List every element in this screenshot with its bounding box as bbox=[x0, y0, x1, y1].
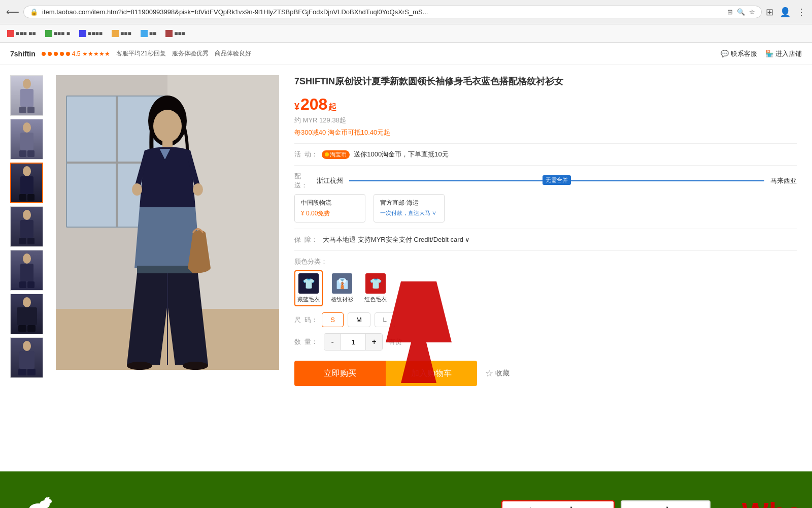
bottom-bar: TIN MÃ Whe THÊM VÀO GIỎ HÀNG XEM GIỎ HÀN… bbox=[0, 471, 812, 508]
svg-rect-25 bbox=[19, 351, 35, 369]
bookmark-2[interactable]: ■■■ ■ bbox=[42, 29, 73, 38]
svg-point-20 bbox=[23, 297, 31, 307]
buy-now-button[interactable]: 立即购买 bbox=[294, 361, 386, 386]
bottom-action-buttons: THÊM VÀO GIỎ HÀNG XEM GIỎ HÀNG bbox=[501, 500, 710, 508]
svg-rect-27 bbox=[27, 369, 36, 375]
price-main: ¥ 208 起 bbox=[294, 95, 797, 114]
svg-point-36 bbox=[153, 110, 182, 142]
svg-rect-5 bbox=[20, 133, 33, 150]
extensions-icon[interactable]: ⊞ bbox=[766, 7, 773, 18]
star-icon: ☆ bbox=[485, 368, 493, 379]
price-section: ¥ 208 起 约 MYR 129.38起 每300减40 淘金币可抵10.40… bbox=[294, 95, 797, 137]
bookmark-5[interactable]: ■■ bbox=[138, 29, 160, 38]
svg-point-4 bbox=[23, 122, 31, 133]
horse-logo-icon bbox=[20, 489, 56, 508]
quantity-section: 数 量： - + 有货 bbox=[294, 333, 797, 351]
store-header: 7shiftin 4.5 ★★★★★ 客服平均21秒回复 服务体验优秀 商品体验… bbox=[0, 43, 812, 65]
bookmark-4[interactable]: ■■■ bbox=[109, 29, 134, 38]
svg-rect-15 bbox=[27, 238, 35, 244]
price-symbol: ¥ bbox=[294, 102, 299, 112]
svg-point-24 bbox=[23, 341, 31, 351]
option1-name: 中国段物流 bbox=[301, 199, 359, 207]
svg-rect-10 bbox=[19, 194, 26, 201]
store-left: 7shiftin 4.5 ★★★★★ 客服平均21秒回复 服务体验优秀 商品体验… bbox=[10, 49, 251, 58]
bookmark-1[interactable]: ■■■ ■■ bbox=[4, 29, 39, 38]
color-option-3[interactable]: 👕 红色毛衣 bbox=[361, 270, 390, 306]
thumbnail-7[interactable] bbox=[10, 337, 43, 378]
contact-icon: 💬 bbox=[721, 50, 729, 57]
menu-icon[interactable]: ⋮ bbox=[797, 7, 806, 18]
activity-label: 活 动： bbox=[294, 150, 318, 159]
collect-button[interactable]: ☆ 收藏 bbox=[485, 368, 510, 379]
bookmark-3[interactable]: ■■■■ bbox=[76, 29, 106, 38]
size-l[interactable]: L bbox=[375, 312, 395, 327]
url-bar[interactable]: 🔒 item.taobao.com/item.htm?id=8119009939… bbox=[23, 6, 762, 18]
translate-icon[interactable]: ⊞ bbox=[727, 8, 733, 16]
color-name-2: 格纹衬衫 bbox=[331, 296, 353, 303]
color-name-1: 藏蓝毛衣 bbox=[297, 296, 320, 303]
size-label: 尺 码： bbox=[294, 315, 318, 325]
browser-back-icon[interactable]: ⟵ bbox=[6, 7, 19, 18]
size-s[interactable]: S bbox=[322, 312, 344, 327]
qty-label: 数 量： bbox=[294, 337, 318, 346]
svg-rect-13 bbox=[20, 220, 33, 238]
svg-rect-21 bbox=[17, 307, 37, 325]
qty-controls: - + bbox=[324, 333, 383, 351]
thumbnail-sidebar bbox=[10, 75, 46, 461]
insurance-text: 大马本地退 支持MYR安全支付 Credit/Debit card ∨ bbox=[323, 235, 470, 244]
add-to-cart-button[interactable]: 加入购物车 bbox=[386, 361, 477, 386]
color-name-3: 红色毛衣 bbox=[364, 296, 387, 303]
shipping-section: 配送： 浙江杭州 无需合并 马来西亚 中国段物流 ¥ 0.00免费 bbox=[294, 172, 797, 223]
rating-value: 4.5 bbox=[72, 50, 81, 57]
price-myr: 约 MYR 129.38起 bbox=[294, 116, 797, 125]
svg-rect-7 bbox=[27, 150, 35, 157]
svg-point-40 bbox=[127, 362, 152, 370]
enter-store-button[interactable]: 🏪 进入店铺 bbox=[765, 49, 802, 58]
thumbnail-5[interactable] bbox=[10, 250, 43, 291]
profile-icon[interactable]: 👤 bbox=[780, 7, 791, 18]
promo-text: 每300减40 淘金币可抵10.40元起 bbox=[294, 128, 797, 137]
svg-rect-26 bbox=[18, 369, 26, 375]
svg-rect-22 bbox=[18, 325, 26, 332]
bookmarks-bar: ■■■ ■■ ■■■ ■ ■■■■ ■■■ ■■ ■■■ bbox=[0, 24, 812, 43]
price-suffix: 起 bbox=[328, 102, 336, 113]
activity-text: 送你1000淘金币，下单直抵10元 bbox=[354, 150, 448, 159]
color-option-1[interactable]: 👕 藏蓝毛衣 bbox=[294, 270, 323, 306]
svg-rect-14 bbox=[19, 238, 26, 244]
shipping-from: 浙江杭州 bbox=[317, 176, 343, 185]
thumbnail-2[interactable] bbox=[10, 119, 43, 160]
shipping-option-1[interactable]: 中国段物流 ¥ 0.00免费 bbox=[294, 194, 365, 223]
svg-rect-1 bbox=[20, 89, 33, 107]
activity-row: 活 动： 淘宝币 送你1000淘金币，下单直抵10元 bbox=[294, 150, 797, 159]
thumbnail-4[interactable] bbox=[10, 206, 43, 247]
search-icon[interactable]: 🔍 bbox=[737, 8, 745, 16]
color-section: 颜色分类： 👕 藏蓝毛衣 👔 格纹衬衫 bbox=[294, 257, 797, 306]
stars: ★★★★★ bbox=[82, 50, 110, 57]
color-options: 👕 藏蓝毛衣 👔 格纹衬衫 👕 bbox=[294, 270, 797, 306]
thumbnail-1[interactable] bbox=[10, 75, 43, 116]
main-image-area bbox=[56, 75, 279, 461]
color-swatch-2: 👔 bbox=[332, 273, 352, 294]
action-buttons: 立即购买 加入购物车 ☆ 收藏 bbox=[294, 361, 797, 386]
thumbnail-6[interactable] bbox=[10, 294, 43, 334]
main-container: 7SHIFTIN原创设计夏季新款圆领长袖修身毛衣蓝色搭配格纹衬衫女 ¥ 208 … bbox=[0, 65, 812, 471]
add-to-cart-vn-button[interactable]: THÊM VÀO GIỎ HÀNG bbox=[501, 500, 615, 508]
stock-text: 有货 bbox=[389, 337, 402, 346]
thumbnail-3[interactable] bbox=[10, 163, 43, 203]
svg-rect-6 bbox=[19, 150, 26, 157]
size-m[interactable]: M bbox=[348, 312, 370, 327]
svg-rect-3 bbox=[27, 107, 35, 113]
color-option-2[interactable]: 👔 格纹衬衫 bbox=[328, 270, 356, 306]
view-cart-vn-button[interactable]: XEM GIỎ HÀNG bbox=[621, 500, 710, 508]
shipping-label: 配送： bbox=[294, 172, 313, 190]
contact-us-button[interactable]: 💬 联系客服 bbox=[721, 49, 757, 58]
bookmark-icon[interactable]: ☆ bbox=[749, 8, 755, 16]
qty-input[interactable] bbox=[341, 334, 366, 350]
shipping-option-2[interactable]: 官方直邮-海运 一次付款，直达大马 ∨ bbox=[374, 194, 445, 223]
qty-plus-button[interactable]: + bbox=[366, 334, 382, 350]
qty-minus-button[interactable]: - bbox=[324, 334, 341, 350]
bookmark-6[interactable]: ■■■ bbox=[162, 29, 188, 38]
store-icon: 🏪 bbox=[765, 50, 773, 57]
divider-3 bbox=[294, 229, 797, 229]
product-info: 7SHIFTIN原创设计夏季新款圆领长袖修身毛衣蓝色搭配格纹衬衫女 ¥ 208 … bbox=[289, 75, 802, 461]
